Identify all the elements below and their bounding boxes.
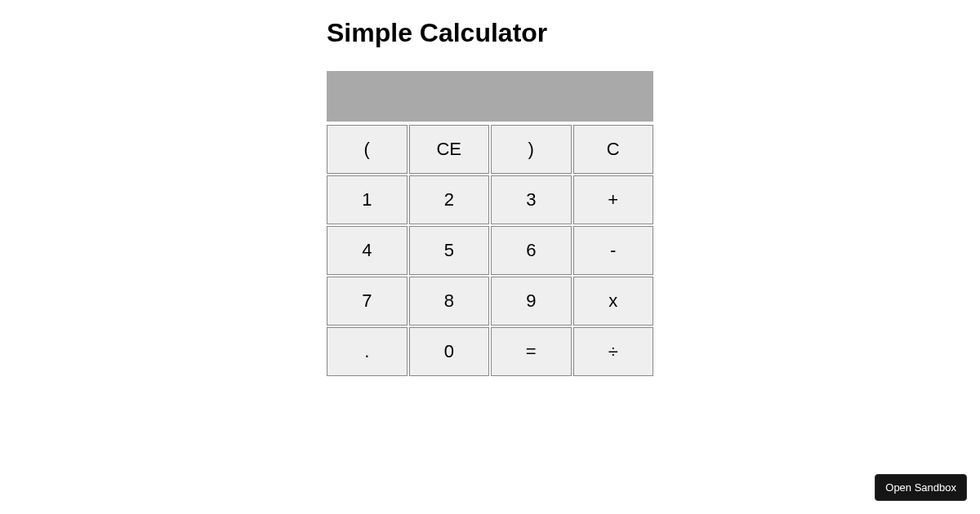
calculator: ( CE ) C 1 2 3 + 4 5 6 - 7 8 9 x . 0 = ÷ [327,71,653,376]
digit-1-button[interactable]: 1 [327,175,408,224]
divide-button[interactable]: ÷ [573,327,654,376]
open-sandbox-button[interactable]: Open Sandbox [875,474,967,501]
calculator-display[interactable] [327,71,653,122]
subtract-button[interactable]: - [573,226,654,275]
digit-6-button[interactable]: 6 [491,226,572,275]
clear-button[interactable]: C [573,125,654,174]
decimal-button[interactable]: . [327,327,408,376]
app-container: Simple Calculator ( CE ) C 1 2 3 + 4 5 6… [327,0,653,376]
open-paren-button[interactable]: ( [327,125,408,174]
equals-button[interactable]: = [491,327,572,376]
clear-entry-button[interactable]: CE [409,125,490,174]
digit-9-button[interactable]: 9 [491,277,572,326]
keypad: ( CE ) C 1 2 3 + 4 5 6 - 7 8 9 x . 0 = ÷ [327,125,653,376]
add-button[interactable]: + [573,175,654,224]
digit-8-button[interactable]: 8 [409,277,490,326]
digit-0-button[interactable]: 0 [409,327,490,376]
digit-2-button[interactable]: 2 [409,175,490,224]
digit-5-button[interactable]: 5 [409,226,490,275]
page-title: Simple Calculator [327,18,653,48]
digit-4-button[interactable]: 4 [327,226,408,275]
digit-7-button[interactable]: 7 [327,277,408,326]
close-paren-button[interactable]: ) [491,125,572,174]
digit-3-button[interactable]: 3 [491,175,572,224]
multiply-button[interactable]: x [573,277,654,326]
